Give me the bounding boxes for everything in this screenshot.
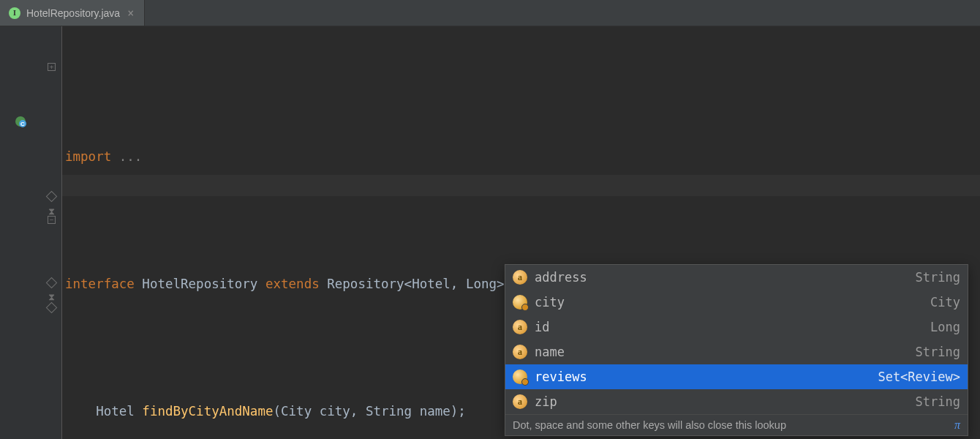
- completion-item-type: Long: [930, 320, 960, 334]
- completion-item-type: String: [916, 270, 960, 285]
- completion-item-name: name: [535, 345, 565, 359]
- code-line: [62, 210, 980, 231]
- fold-collapse-icon[interactable]: −: [48, 216, 56, 224]
- svg-text:C: C: [20, 121, 25, 127]
- field-icon: a: [513, 345, 527, 359]
- completion-item-type: String: [916, 345, 960, 359]
- tab-label: HotelRepository.java: [26, 7, 120, 19]
- field-icon: a: [513, 320, 527, 334]
- property-icon: [513, 369, 527, 384]
- completion-hint: Dot, space and some other keys will also…: [513, 419, 786, 431]
- editor-area[interactable]: + C ⧗ − ⧗ import ... interface HotelRepo…: [0, 26, 980, 439]
- field-icon: a: [513, 270, 527, 285]
- fold-region-icon[interactable]: [47, 303, 56, 312]
- gutter: + C ⧗ − ⧗: [0, 26, 62, 439]
- tab-hotelrepository[interactable]: I HotelRepository.java ×: [0, 0, 145, 26]
- completion-item-name: zip: [535, 394, 557, 409]
- completion-item-id[interactable]: aidLong: [505, 315, 968, 339]
- completion-item-address[interactable]: aaddressString: [505, 265, 968, 290]
- completion-item-city[interactable]: cityCity: [505, 290, 968, 315]
- override-gutter-icon[interactable]: ⧗: [47, 206, 56, 216]
- property-icon: [513, 295, 527, 309]
- completion-item-name: address: [535, 270, 587, 285]
- field-icon: a: [513, 394, 527, 409]
- current-line-highlight: [62, 175, 980, 196]
- fold-expand-icon[interactable]: +: [48, 63, 56, 71]
- completion-item-type: City: [930, 295, 960, 309]
- pi-icon[interactable]: π: [954, 419, 960, 432]
- completion-item-name: city: [535, 295, 565, 309]
- code-line: import ...: [62, 146, 980, 168]
- class-gutter-icon[interactable]: C: [15, 116, 26, 127]
- completion-footer: Dot, space and some other keys will also…: [505, 414, 968, 435]
- interface-file-icon: I: [9, 7, 20, 19]
- completion-item-type: Set<Review>: [878, 369, 960, 384]
- completion-popup[interactable]: aaddressStringcityCityaidLonganameString…: [505, 264, 968, 436]
- tab-bar: I HotelRepository.java ×: [0, 0, 980, 26]
- completion-item-reviews[interactable]: reviewsSet<Review>: [505, 364, 968, 389]
- completion-item-name: reviews: [535, 369, 587, 384]
- completion-item-name: id: [535, 320, 549, 334]
- close-icon[interactable]: ×: [126, 7, 135, 20]
- fold-region-icon[interactable]: [47, 278, 56, 288]
- completion-item-type: String: [916, 394, 960, 409]
- fold-region-icon[interactable]: [47, 192, 56, 201]
- override-gutter-icon[interactable]: ⧗: [47, 292, 56, 301]
- completion-item-name[interactable]: anameString: [505, 339, 968, 364]
- completion-item-zip[interactable]: azipString: [505, 389, 968, 414]
